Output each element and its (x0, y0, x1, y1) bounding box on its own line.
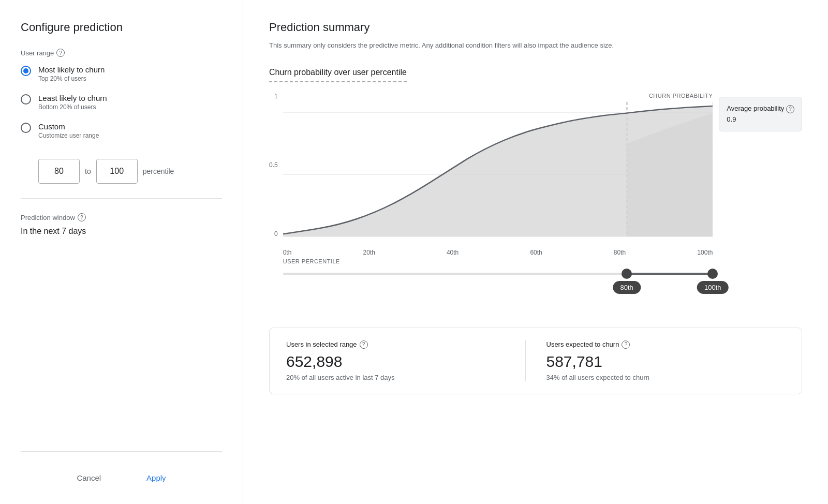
chart-section-title: Churn probability over user percentile (269, 68, 407, 82)
radio-label-most-likely: Most likely to churn (38, 65, 105, 74)
tooltip-value: 0.9 (727, 114, 794, 125)
tooltip-box: Average probability ? 0.9 (719, 97, 802, 132)
x-label-20: 20th (363, 249, 375, 256)
stat-col-users-selected: Users in selected range ? 652,898 20% of… (286, 340, 525, 381)
tooltip-help-icon[interactable]: ? (786, 105, 794, 113)
user-range-label: User range ? (21, 49, 222, 57)
y-label-1: 1 (269, 93, 278, 100)
range-slider-section: 80th 100th (283, 273, 713, 300)
radio-custom[interactable]: Custom Customize user range (21, 122, 222, 139)
range-thumb-left[interactable] (622, 269, 632, 279)
chart-label-top: CHURN PROBABILITY (283, 93, 713, 99)
radio-sub-custom: Customize user range (38, 132, 99, 139)
percentile-to-input[interactable] (96, 159, 138, 184)
stat-sub-users-churn: 34% of all users expected to churn (546, 374, 786, 381)
stat-col-users-churn: Users expected to churn ? 587,781 34% of… (525, 340, 786, 381)
apply-button[interactable]: Apply (134, 467, 179, 488)
stat-label-users-churn: Users expected to churn ? (546, 340, 786, 349)
range-labels: 80th 100th (283, 281, 713, 300)
chart-wrapper: 1 0.5 0 CHURN PROBABILITY (269, 93, 802, 312)
cancel-button[interactable]: Cancel (64, 467, 113, 488)
radio-circle-custom[interactable] (21, 123, 31, 133)
radio-label-least-likely: Least likely to churn (38, 94, 107, 102)
stat-help-icon-users-churn[interactable]: ? (622, 340, 630, 349)
y-label-0: 0 (269, 230, 278, 238)
percentile-row: to percentile (38, 159, 222, 184)
radio-sub-least-likely: Bottom 20% of users (38, 103, 107, 111)
percentile-from-input[interactable] (38, 159, 80, 184)
stats-box: Users in selected range ? 652,898 20% of… (269, 328, 802, 394)
stat-value-users-selected: 652,898 (286, 353, 525, 370)
stat-label-users-selected: Users in selected range ? (286, 340, 525, 349)
range-track (283, 273, 713, 275)
y-axis-labels: 1 0.5 0 (269, 93, 283, 238)
percentile-unit: percentile (143, 167, 174, 175)
summary-title: Prediction summary (269, 21, 802, 34)
x-label-80: 80th (614, 249, 626, 256)
prediction-window-label: Prediction window ? (21, 213, 222, 221)
summary-desc: This summary only considers the predicti… (269, 40, 802, 51)
radio-label-custom: Custom (38, 122, 99, 131)
churn-chart (283, 102, 713, 247)
range-thumb-right[interactable] (707, 269, 718, 279)
left-panel: Configure prediction User range ? Most l… (0, 0, 243, 504)
configure-title: Configure prediction (21, 21, 222, 34)
x-label-60: 60th (530, 249, 542, 256)
radio-most-likely[interactable]: Most likely to churn Top 20% of users (21, 65, 222, 82)
x-axis-labels: 0th 20th 40th 60th 80th 100th (283, 247, 713, 257)
chart-area: CHURN PROBABILITY (283, 93, 713, 312)
stat-value-users-churn: 587,781 (546, 353, 786, 370)
chart-container: 1 0.5 0 CHURN PROBABILITY (269, 93, 802, 312)
stat-sub-users-selected: 20% of all users active in last 7 days (286, 374, 525, 381)
user-range-help-icon[interactable]: ? (56, 49, 65, 57)
percentile-to-label: to (85, 167, 91, 175)
radio-sub-most-likely: Top 20% of users (38, 75, 105, 82)
x-label-40: 40th (447, 249, 459, 256)
x-axis-title: USER PERCENTILE (283, 258, 713, 264)
range-label-right: 100th (697, 281, 729, 294)
x-label-0: 0th (283, 249, 292, 256)
prediction-window-help-icon[interactable]: ? (78, 213, 86, 221)
range-label-left: 80th (613, 281, 641, 294)
stat-help-icon-users-selected[interactable]: ? (360, 340, 368, 349)
range-filled (627, 273, 713, 275)
radio-group: Most likely to churn Top 20% of users Le… (21, 65, 222, 139)
x-label-100: 100th (697, 249, 713, 256)
prediction-window-value: In the next 7 days (21, 227, 222, 236)
y-label-05: 0.5 (269, 161, 278, 169)
tooltip-title: Average probability ? (727, 103, 794, 114)
radio-least-likely[interactable]: Least likely to churn Bottom 20% of user… (21, 94, 222, 111)
left-footer: Cancel Apply (21, 451, 222, 488)
right-panel: Prediction summary This summary only con… (243, 0, 828, 504)
radio-circle-least-likely[interactable] (21, 94, 31, 105)
divider (21, 198, 222, 199)
radio-circle-most-likely[interactable] (21, 66, 31, 76)
